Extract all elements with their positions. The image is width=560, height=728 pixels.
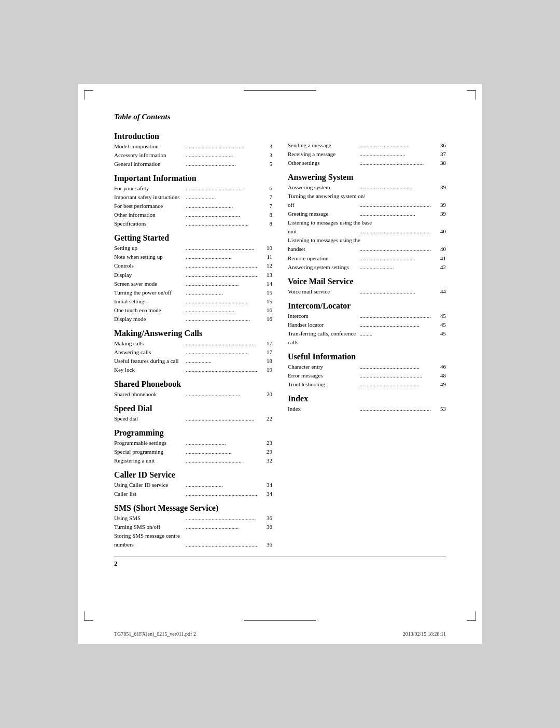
- section-making-answering-calls: Making/Answering Calls: [114, 329, 272, 338]
- toc-row: Initial settings........................…: [114, 297, 272, 306]
- right-column: Sending a message.......................…: [288, 127, 446, 550]
- two-column-layout: Introduction Model composition..........…: [114, 127, 446, 550]
- corner-mark-tr: [467, 90, 476, 100]
- toc-row: Greeting message........................…: [288, 209, 446, 218]
- section-shared-phonebook: Shared Phonebook: [114, 380, 272, 389]
- toc-row: Turning the power on/off................…: [114, 288, 272, 297]
- toc-row-multiline: Storing SMS message centre: [114, 531, 272, 540]
- toc-row: Key lock................................…: [114, 366, 272, 374]
- toc-row: Programmable settings...................…: [114, 439, 272, 447]
- toc-row: Using Caller ID service.................…: [114, 481, 272, 489]
- toc-row: Troubleshooting.........................…: [288, 380, 446, 389]
- page-number: 2: [114, 559, 446, 568]
- bottom-decoration-line: [244, 620, 316, 621]
- toc-row: Registering a unit......................…: [114, 456, 272, 465]
- section-speed-dial: Speed Dial: [114, 404, 272, 413]
- toc-row: Other settings..........................…: [288, 159, 446, 167]
- toc-row: Speed dial..............................…: [114, 414, 272, 423]
- toc-row: Index...................................…: [288, 404, 446, 413]
- section-voice-mail: Voice Mail Service: [288, 277, 446, 286]
- footer-info: TG7851_61FX(en)_0215_ver011.pdf 2 2013/0…: [114, 631, 446, 637]
- toc-row-multiline: Turning the answering system on/: [288, 192, 446, 201]
- bottom-rule: [114, 556, 446, 556]
- toc-row: handset.................................…: [288, 245, 446, 254]
- toc-row: Important safety instructions...........…: [114, 193, 272, 202]
- toc-row: Sending a message.......................…: [288, 141, 446, 150]
- section-index: Index: [288, 394, 446, 403]
- page: Table of Contents Introduction Model com…: [78, 84, 482, 644]
- toc-row: Answering system settings...............…: [288, 263, 446, 272]
- section-sms: SMS (Short Message Service): [114, 503, 272, 513]
- toc-row: Accessory information...................…: [114, 151, 272, 160]
- section-caller-id-service: Caller ID Service: [114, 470, 272, 480]
- toc-row: Handset locator.........................…: [288, 320, 446, 329]
- section-answering-system: Answering System: [288, 173, 446, 182]
- toc-row: Turning SMS on/off......................…: [114, 523, 272, 531]
- footer: TG7851_61FX(en)_0215_ver011.pdf 2 2013/0…: [78, 631, 482, 637]
- toc-row: One touch eco mode......................…: [114, 306, 272, 315]
- toc-row: Receiving a message.....................…: [288, 150, 446, 159]
- toc-row: For best performance....................…: [114, 202, 272, 211]
- footer-left: TG7851_61FX(en)_0215_ver011.pdf 2: [114, 631, 196, 637]
- toc-row: off.....................................…: [288, 201, 446, 209]
- toc-row: Special programming.....................…: [114, 447, 272, 456]
- toc-row: Intercom................................…: [288, 312, 446, 320]
- toc-row: Display.................................…: [114, 271, 272, 279]
- toc-row: Answering calls.........................…: [114, 348, 272, 357]
- toc-row: unit....................................…: [288, 227, 446, 236]
- toc-title: Table of Contents: [114, 113, 446, 121]
- toc-row: Screen saver mode.......................…: [114, 279, 272, 288]
- section-programming: Programming: [114, 428, 272, 438]
- toc-row: Character entry.........................…: [288, 362, 446, 371]
- toc-row: Model composition.......................…: [114, 142, 272, 151]
- toc-row: Note when setting up....................…: [114, 253, 272, 261]
- toc-row: Transferring calls, conference calls....…: [288, 329, 446, 347]
- footer-right: 2013/02/15 18:28:11: [403, 631, 446, 637]
- toc-row: numbers.................................…: [114, 540, 272, 549]
- section-important-information: Important Information: [114, 174, 272, 183]
- corner-mark-bl: [84, 611, 93, 621]
- top-decoration-line: [244, 90, 316, 91]
- corner-mark-tl: [84, 90, 93, 100]
- toc-row: Error messages..........................…: [288, 371, 446, 380]
- toc-row: Useful features during a call...........…: [114, 357, 272, 366]
- toc-row-multiline: Listening to messages using the: [288, 236, 446, 245]
- toc-row: For your safety.........................…: [114, 184, 272, 193]
- toc-row: Display mode............................…: [114, 315, 272, 324]
- toc-row: Remote operation........................…: [288, 254, 446, 263]
- content-area: Table of Contents Introduction Model com…: [78, 84, 482, 583]
- toc-row: Controls................................…: [114, 261, 272, 270]
- toc-row: Other information.......................…: [114, 211, 272, 219]
- section-introduction: Introduction: [114, 132, 272, 141]
- toc-row: Caller list.............................…: [114, 489, 272, 498]
- toc-row: Setting up..............................…: [114, 244, 272, 253]
- toc-row: Specifications..........................…: [114, 219, 272, 228]
- toc-row: General information.....................…: [114, 160, 272, 169]
- toc-row: Answering system........................…: [288, 183, 446, 192]
- section-useful-information: Useful Information: [288, 352, 446, 361]
- left-column: Introduction Model composition..........…: [114, 127, 272, 550]
- corner-mark-br: [467, 611, 476, 621]
- section-getting-started: Getting Started: [114, 233, 272, 243]
- section-intercom-locator: Intercom/Locator: [288, 301, 446, 311]
- toc-row-multiline: Listening to messages using the base: [288, 218, 446, 227]
- toc-row: Voice mail service......................…: [288, 287, 446, 296]
- toc-row: Using SMS...............................…: [114, 514, 272, 523]
- toc-row: Making calls............................…: [114, 339, 272, 348]
- toc-row: Shared phonebook........................…: [114, 390, 272, 399]
